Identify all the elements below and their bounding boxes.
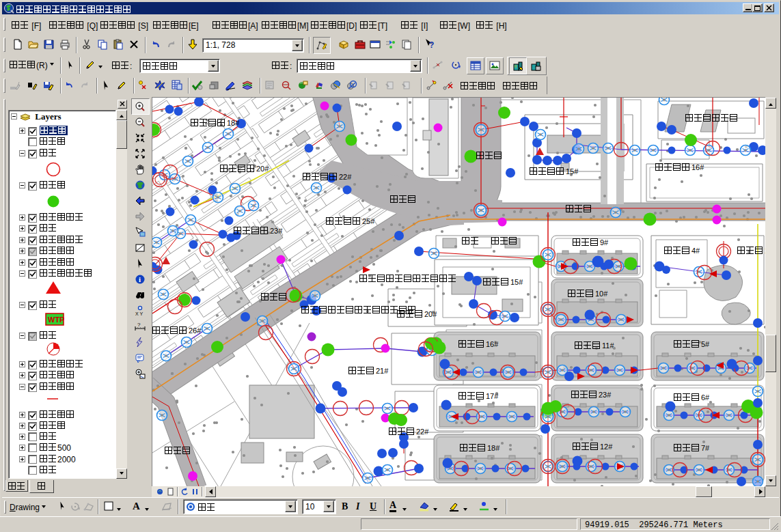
svg-text:18#: 18# [227,119,240,127]
svg-text:22#: 22# [416,428,429,436]
svg-text:22#: 22# [339,173,352,181]
svg-text:11#: 11# [602,341,614,350]
svg-text:16#: 16# [486,340,499,348]
svg-text:5#: 5# [701,340,710,348]
svg-text:20#: 20# [424,310,437,318]
svg-text:?: ? [429,40,434,49]
svg-text:23#: 23# [270,227,283,235]
svg-text:26#: 26# [189,326,202,335]
svg-text:20#: 20# [256,165,269,173]
svg-text:12#: 12# [600,443,613,451]
svg-text:15#: 15# [566,167,579,176]
svg-text:X Y: X Y [135,311,143,316]
svg-text:WTP: WTP [48,316,64,324]
svg-text:21#: 21# [376,367,389,375]
svg-text:17#: 17# [486,392,499,400]
svg-text:6#: 6# [701,393,710,402]
svg-text:23#: 23# [599,391,612,399]
svg-text:9#: 9# [600,238,609,247]
svg-text:16#: 16# [691,163,704,171]
svg-text:4#: 4# [691,247,700,255]
svg-text:?: ? [137,322,141,328]
svg-text:10#: 10# [595,290,608,298]
svg-text:15#: 15# [510,278,523,286]
svg-text:18#: 18# [487,444,500,452]
svg-text:25#: 25# [362,217,375,225]
svg-text:i: i [139,275,141,283]
svg-text:7#: 7# [701,444,710,452]
